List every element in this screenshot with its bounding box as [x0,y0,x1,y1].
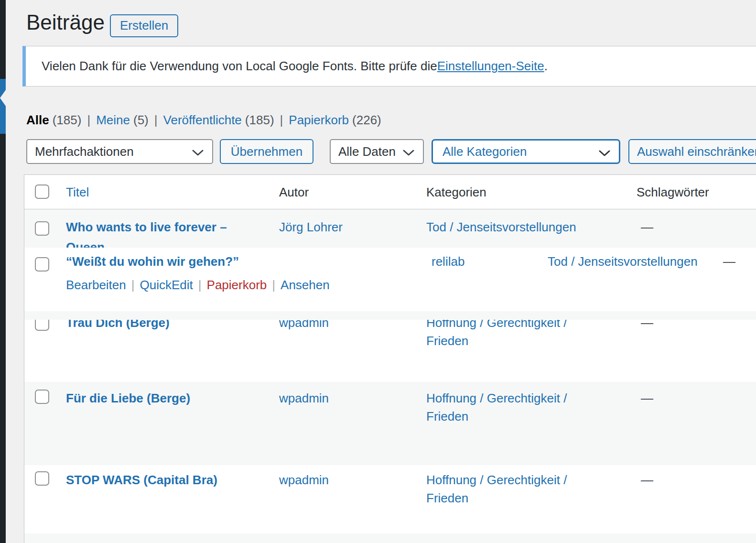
posts-table: Titel Autor Kategorien Schlagwörter Who … [24,174,756,543]
notice-text: Vielen Dank für die Verwendung von Local… [42,59,437,74]
view-action-link[interactable]: Ansehen [281,278,330,292]
select-all-checkbox[interactable] [35,185,49,199]
post-title-link[interactable]: STOP WARS (Capital Bra) [66,473,217,487]
categories-link[interactable]: Hoffnung / Gerechtigkeit / [426,473,567,487]
view-all-count: (185) [53,113,82,127]
tags-dash: — [641,391,653,405]
tags-dash: — [723,254,735,269]
filter-button[interactable]: Auswahl einschränken [628,139,756,164]
author-link[interactable]: wpadmin [279,473,329,487]
apply-button[interactable]: Übernehmen [220,139,313,164]
author-link[interactable]: relilab [432,254,464,269]
view-published[interactable]: Veröffentlichte(185) [163,113,274,128]
tags-dash: — [641,220,653,234]
table-row: “Weißt du wohin wir gehen?” Bearbeiten|Q… [24,248,756,311]
view-published-link[interactable]: Veröffentlichte [163,113,242,127]
post-title-link[interactable]: Trau Dich (Berge) [66,320,170,330]
notice-banner: Vielen Dank für die Verwendung von Local… [22,46,756,87]
quick-edit-action-link[interactable]: QuickEdit [140,278,193,292]
column-header-author: Autor [279,185,309,199]
settings-page-link[interactable]: Einstellungen-Seite [437,59,544,74]
view-trash[interactable]: Papierkorb(226) [289,113,381,128]
view-mine-count: (5) [133,113,149,127]
view-all[interactable]: Alle(185) [26,113,81,128]
categories-link[interactable]: Tod / Jenseitsvorstellungen [426,220,576,234]
categories-link[interactable]: Frieden [426,409,468,424]
table-row: Trau Dich (Berge) wpadmin Hoffnung / Ger… [24,320,756,382]
chevron-down-icon [403,150,414,156]
row-checkbox[interactable] [35,257,49,272]
categories-filter-select[interactable]: Alle Kategorien [432,139,620,164]
table-row-partial [24,311,756,320]
posts-admin-screen: Beiträge Erstellen Vielen Dank für die V… [0,0,756,543]
categories-link[interactable]: Hoffnung / Gerechtigkeit / [426,320,567,330]
admin-sidebar-sliver [0,0,6,543]
categories-filter-value: Alle Kategorien [443,144,527,159]
tags-dash: — [641,320,653,330]
post-title-link[interactable]: Who wants to live forever – [66,220,227,234]
table-header-row: Titel Autor Kategorien Schlagwörter [24,175,756,209]
view-mine[interactable]: Meine(5) [96,113,149,128]
chevron-down-icon [599,150,610,157]
tags-dash: — [641,473,653,487]
categories-link[interactable]: Frieden [426,491,468,505]
view-filter-links: Alle(185)|Meine(5)|Veröffentlichte(185)|… [26,113,381,128]
action-separator: | [198,278,202,292]
view-separator: | [280,113,283,127]
author-link[interactable]: Jörg Lohrer [279,220,343,234]
admin-menu-current-item[interactable] [0,79,6,134]
bulk-actions-select[interactable]: Mehrfachaktionen [26,139,213,164]
dates-filter-select[interactable]: Alle Daten [330,139,424,164]
categories-link[interactable]: Hoffnung / Gerechtigkeit / [426,391,567,405]
view-separator: | [87,113,90,127]
notice-suffix: . [544,59,548,74]
admin-menu-current-arrow [0,90,6,106]
column-header-categories: Kategorien [426,185,486,199]
create-post-button[interactable]: Erstellen [110,14,178,37]
page-title: Beiträge [26,11,105,34]
view-all-link[interactable]: Alle [26,113,49,127]
author-link[interactable]: wpadmin [279,391,329,405]
row-checkbox[interactable] [35,221,49,236]
row-checkbox[interactable] [35,390,49,404]
post-title-link[interactable]: “Weißt du wohin wir gehen?” [66,254,239,269]
table-row-partial [24,533,756,543]
action-separator: | [131,278,135,292]
row-actions: Bearbeiten|QuickEdit|Papierkorb|Ansehen [66,278,330,292]
table-row: Who wants to live forever – Queen Jörg L… [24,209,756,248]
categories-link[interactable]: Tod / Jenseitsvorstellungen [548,254,698,269]
edit-action-link[interactable]: Bearbeiten [66,278,126,292]
bulk-actions-value: Mehrfachaktionen [35,144,134,159]
trash-action-link[interactable]: Papierkorb [207,278,267,292]
view-separator: | [154,113,158,127]
column-header-tags: Schlagwörter [637,185,709,199]
table-row: Für die Liebe (Berge) wpadmin Hoffnung /… [24,382,756,465]
categories-link[interactable]: Frieden [426,334,468,348]
row-checkbox[interactable] [35,471,49,486]
row-checkbox[interactable] [35,320,49,331]
dates-filter-value: Alle Daten [338,144,396,159]
view-trash-count: (226) [352,113,381,127]
view-mine-link[interactable]: Meine [96,113,130,127]
author-link[interactable]: wpadmin [279,320,329,330]
action-separator: | [272,278,275,292]
column-header-title[interactable]: Titel [66,185,89,199]
post-title-link[interactable]: Für die Liebe (Berge) [66,391,190,405]
chevron-down-icon [192,150,204,156]
view-trash-link[interactable]: Papierkorb [289,113,349,127]
view-published-count: (185) [245,113,274,127]
table-row: STOP WARS (Capital Bra) wpadmin Hoffnung… [24,465,756,533]
post-title-overflow[interactable]: Queen [66,240,105,248]
